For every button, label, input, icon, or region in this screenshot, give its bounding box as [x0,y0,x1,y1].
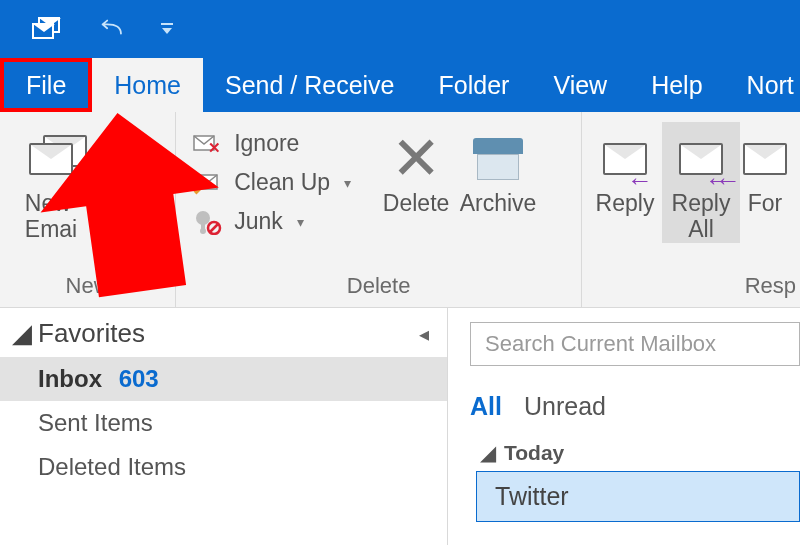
envelope-icon [29,143,73,175]
svg-marker-1 [162,28,172,34]
reply-all-button[interactable]: ←← Reply All [662,122,740,243]
folder-item-deleted[interactable]: Deleted Items [0,445,447,489]
ribbon: New Emai New ✕ Ignore Clean Up ▾ [0,112,800,308]
menu-bar: File Home Send / Receive Folder View Hel… [0,58,800,112]
tab-view[interactable]: View [531,58,629,112]
content-area: ◢Favorites ◂ Inbox 603 Sent Items Delete… [0,308,800,545]
mail-stack-icon[interactable] [32,17,62,41]
junk-icon [192,209,224,235]
tab-folder[interactable]: Folder [417,58,532,112]
ribbon-group-delete: ✕ Ignore Clean Up ▾ Junk ▾ [176,112,582,307]
ribbon-group-label: New [0,273,175,307]
tab-send-receive[interactable]: Send / Receive [203,58,417,112]
collapse-pane-icon[interactable]: ◂ [419,322,429,346]
cleanup-button[interactable]: Clean Up ▾ [186,167,357,198]
ribbon-group-label: Resp [582,273,800,307]
undo-icon[interactable] [98,16,124,42]
ribbon-group-label: Delete [176,273,581,307]
forward-label: For [748,190,783,216]
filter-bar: All Unread [470,392,800,421]
tab-help[interactable]: Help [629,58,724,112]
svg-text:✕: ✕ [208,139,221,156]
cleanup-icon [192,170,224,196]
reply-all-label: Reply All [672,190,731,243]
favorites-header[interactable]: ◢Favorites ◂ [0,308,447,357]
reply-all-arrow-icon: ←← [705,166,725,196]
chevron-down-icon: ▾ [297,214,304,230]
search-placeholder: Search Current Mailbox [485,331,716,357]
folder-pane: ◢Favorites ◂ Inbox 603 Sent Items Delete… [0,308,448,545]
svg-rect-7 [201,218,205,229]
folder-name: Inbox [38,365,102,392]
folder-name: Sent Items [38,409,153,436]
tab-file[interactable]: File [0,58,92,112]
cleanup-label: Clean Up [234,169,330,196]
date-group-label: Today [504,441,564,465]
delete-x-icon: ✕ [391,144,441,174]
tab-norton[interactable]: Nort [725,58,800,112]
filter-all[interactable]: All [470,392,502,421]
delete-button[interactable]: ✕ Delete [375,122,457,216]
folder-item-inbox[interactable]: Inbox 603 [0,357,447,401]
envelope-icon [743,143,787,175]
filter-unread[interactable]: Unread [524,392,606,421]
ribbon-group-new: New Emai New [0,112,176,307]
ignore-label: Ignore [234,130,299,157]
archive-box-icon [473,138,523,180]
delete-label: Delete [383,190,449,216]
chevron-down-icon: ▾ [344,175,351,191]
message-sender: Twitter [495,482,569,510]
reply-button[interactable]: ← Reply [588,122,662,216]
folder-item-sent[interactable]: Sent Items [0,401,447,445]
new-email-button[interactable]: New Emai [10,122,92,243]
customize-qat-caret-icon[interactable] [160,22,174,36]
caret-down-icon: ◢ [480,441,496,465]
message-list-pane: Search Current Mailbox All Unread ◢ Toda… [448,308,800,545]
tab-home[interactable]: Home [92,58,203,112]
archive-button[interactable]: Archive [457,122,539,216]
folder-name: Deleted Items [38,453,186,480]
quick-access-toolbar [0,0,800,58]
junk-button[interactable]: Junk ▾ [186,206,357,237]
junk-label: Junk [234,208,283,235]
unread-count: 603 [119,365,159,392]
svg-line-9 [210,224,218,232]
forward-button[interactable]: For [740,122,790,216]
new-email-label: New Emai [25,190,77,243]
caret-down-icon: ◢ [12,318,32,349]
reply-arrow-icon: ← [627,166,653,196]
archive-label: Archive [460,190,537,216]
search-input[interactable]: Search Current Mailbox [470,322,800,366]
ignore-icon: ✕ [192,131,224,157]
favorites-label: Favorites [38,318,145,349]
date-group-header[interactable]: ◢ Today [480,441,800,465]
ignore-button[interactable]: ✕ Ignore [186,128,357,159]
ribbon-group-respond: ← Reply ←← Reply All For Resp [582,112,800,307]
message-list-item[interactable]: Twitter [476,471,800,522]
